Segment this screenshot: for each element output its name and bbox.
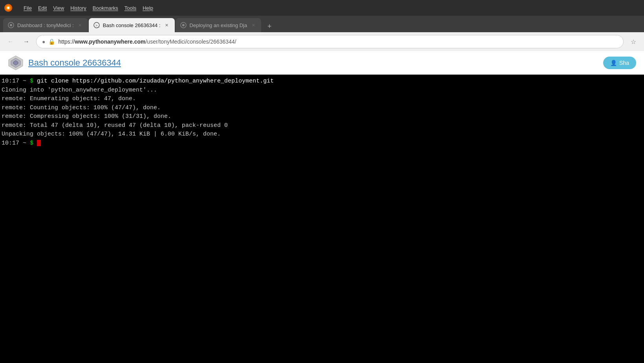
- menu-history[interactable]: History: [70, 5, 86, 11]
- svg-text:>_: >_: [95, 24, 100, 28]
- page-header: Bash console 26636344 👤 Sha: [0, 51, 644, 75]
- cursor: [37, 140, 41, 146]
- address-box[interactable]: ● 🔒 https://www.pythonanywhere.com/user/…: [36, 35, 624, 48]
- shield-icon: ●: [42, 38, 45, 45]
- tab-deploying[interactable]: Deploying an existing Dja ✕: [176, 18, 262, 32]
- output-text: Cloning into 'python_anywhere_deployment…: [2, 87, 157, 94]
- share-label: Sha: [619, 60, 629, 66]
- back-button[interactable]: ←: [5, 36, 16, 48]
- terminal-line: 10:17 ~ $: [2, 139, 642, 148]
- terminal-line: remote: Compressing objects: 100% (31/31…: [2, 112, 642, 121]
- tab-deploying-icon: [180, 22, 187, 28]
- share-button[interactable]: 👤 Sha: [603, 57, 636, 69]
- output-text: remote: Enumerating objects: 47, done.: [2, 95, 136, 102]
- output-text: remote: Compressing objects: 100% (31/31…: [2, 113, 171, 120]
- menu-file[interactable]: File: [24, 5, 32, 11]
- forward-button[interactable]: →: [20, 36, 32, 48]
- svg-point-2: [7, 7, 9, 9]
- addressbar: ← → ● 🔒 https://www.pythonanywhere.com/u…: [0, 32, 644, 51]
- tab-page-icon: [8, 22, 14, 28]
- prompt-dollar: $: [30, 140, 33, 147]
- pythonanywhere-logo-icon: [8, 55, 24, 71]
- url-domain: www.pythonanywhere.com: [75, 38, 146, 45]
- address-url: https://www.pythonanywhere.com/user/tony…: [58, 38, 618, 45]
- share-icon: 👤: [610, 60, 617, 66]
- tab-dashboard-close[interactable]: ✕: [77, 22, 83, 28]
- menu-help[interactable]: Help: [143, 5, 153, 11]
- tab-deploying-label: Deploying an existing Dja: [190, 22, 247, 28]
- terminal-line: remote: Counting objects: 100% (47/47), …: [2, 104, 642, 113]
- output-text: remote: Total 47 (delta 10), reused 47 (…: [2, 122, 228, 129]
- svg-point-4: [10, 24, 12, 26]
- bookmark-star-button[interactable]: ☆: [628, 36, 639, 48]
- output-text: remote: Counting objects: 100% (47/47), …: [2, 104, 161, 111]
- menu-view[interactable]: View: [53, 5, 64, 11]
- prompt-time: 10:17 ~: [2, 140, 30, 147]
- terminal-line: 10:17 ~ $ git clone https://github.com/i…: [2, 77, 642, 86]
- terminal-line: Unpacking objects: 100% (47/47), 14.31 K…: [2, 130, 642, 139]
- titlebar: File Edit View History Bookmarks Tools H…: [0, 0, 644, 16]
- prompt-dollar: $: [30, 78, 33, 84]
- menu-bar: File Edit View History Bookmarks Tools H…: [24, 5, 153, 11]
- output-text: Unpacking objects: 100% (47/47), 14.31 K…: [2, 131, 221, 138]
- menu-tools[interactable]: Tools: [124, 5, 136, 11]
- new-tab-button[interactable]: +: [263, 20, 275, 32]
- page-header-left: Bash console 26636344: [8, 55, 121, 71]
- tab-dashboard-label: Dashboard : tonyMedici :: [17, 22, 74, 28]
- terminal-line: remote: Total 47 (delta 10), reused 47 (…: [2, 121, 642, 130]
- tab-bash-console[interactable]: >_ Bash console 26636344 : ✕: [89, 18, 175, 32]
- url-prefix: https://: [58, 38, 75, 45]
- prompt-time: 10:17 ~: [2, 78, 30, 84]
- tab-bash-label: Bash console 26636344 :: [103, 22, 161, 28]
- tab-bash-close[interactable]: ✕: [164, 22, 170, 28]
- terminal[interactable]: 10:17 ~ $ git clone https://github.com/i…: [0, 75, 644, 363]
- svg-point-8: [182, 24, 185, 26]
- terminal-line: remote: Enumerating objects: 47, done.: [2, 95, 642, 104]
- tab-dashboard[interactable]: Dashboard : tonyMedici : ✕: [3, 18, 88, 32]
- url-path: /user/tonyMedici/consoles/26636344/: [145, 38, 236, 45]
- terminal-line: Cloning into 'python_anywhere_deployment…: [2, 86, 642, 95]
- tabbar: Dashboard : tonyMedici : ✕ >_ Bash conso…: [0, 16, 644, 32]
- tab-console-icon: >_: [93, 22, 100, 28]
- page-title[interactable]: Bash console 26636344: [28, 58, 121, 68]
- prompt-cmd: git clone https://github.com/izudada/pyt…: [37, 78, 274, 84]
- menu-bookmarks[interactable]: Bookmarks: [93, 5, 118, 11]
- tab-deploying-close[interactable]: ✕: [250, 22, 256, 28]
- firefox-logo-icon: [4, 4, 13, 12]
- lock-icon: 🔒: [48, 38, 55, 45]
- menu-edit[interactable]: Edit: [38, 5, 47, 11]
